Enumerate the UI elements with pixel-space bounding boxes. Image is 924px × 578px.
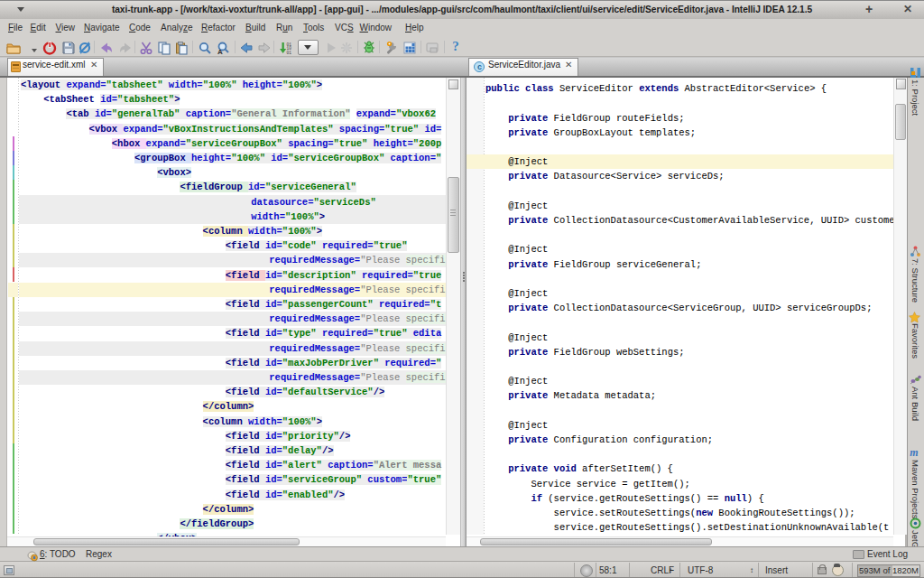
svg-text:01: 01 (287, 51, 292, 55)
svg-text:A: A (217, 48, 223, 55)
